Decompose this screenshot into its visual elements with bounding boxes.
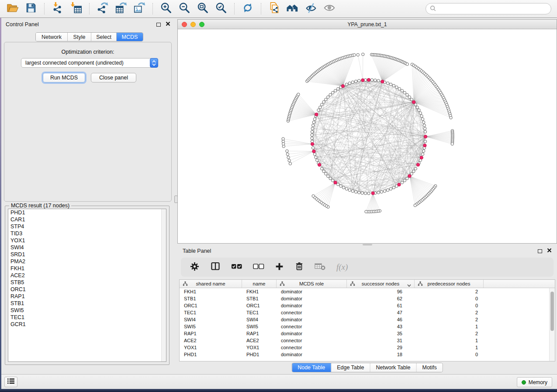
float-panel-icon[interactable] [156,23,161,27]
show-all-icon [323,1,336,16]
export-image-icon [133,1,146,16]
export-image-button[interactable] [131,1,148,16]
tab-style[interactable]: Style [68,33,91,41]
mcds-list-item[interactable]: PMA2 [8,258,166,265]
column-header-label: shared name [196,281,225,286]
table-scrollbar[interactable] [549,288,555,361]
network-view-titlebar[interactable]: YPA_prune.txt_1 [178,20,557,29]
mcds-list-item[interactable]: GCR1 [8,321,166,328]
tab-mcds[interactable]: MCDS [117,33,143,41]
delete-columns-button[interactable] [294,261,304,273]
add-column-button[interactable] [275,262,284,273]
mcds-list-item[interactable]: ORC1 [8,286,166,293]
task-history-button[interactable] [4,377,17,387]
close-panel-icon[interactable] [547,248,552,254]
run-mcds-button[interactable]: Run MCDS [43,73,85,83]
table-scrollbar-thumb[interactable] [550,292,554,331]
import-network-button[interactable] [49,1,66,16]
table-cell: dominator [277,331,347,336]
search-input[interactable] [426,3,551,14]
mcds-list-item[interactable]: YOX1 [8,237,166,244]
tab-network-table[interactable]: Network Table [370,363,417,372]
select-all-icon[interactable] [231,263,242,272]
network-view-title: YPA_prune.txt_1 [348,21,387,28]
table-row[interactable]: RAP1RAP1dominator352 [180,330,555,337]
apply-layout-button[interactable] [239,1,256,16]
export-table-button[interactable] [113,1,129,16]
column-header[interactable]: name [242,280,277,288]
hide-selected-button[interactable] [303,1,319,16]
new-network-from-selection-icon [268,1,281,16]
table-row[interactable]: ORC1ORC1dominator610 [180,302,555,309]
column-header[interactable]: MCDS role [277,280,347,288]
minimize-window-icon[interactable] [190,22,196,27]
mcds-list-item[interactable]: SWI5 [8,307,166,314]
criterion-select[interactable]: largest connected component (undirected) [21,58,158,68]
network-canvas[interactable] [178,29,557,243]
table-row[interactable]: FKH1FKH1dominator962 [180,288,555,295]
window-controls [182,22,204,27]
search-container [426,3,551,14]
table-cell: 46 [347,317,415,322]
table-row[interactable]: PHD1PHD1dominator180 [180,351,555,358]
table-row[interactable]: SWI5SWI5connector431 [180,323,555,330]
mcds-list-item[interactable]: PHD1 [8,209,166,216]
table-cell: TEC1 [242,310,277,315]
maximize-window-icon[interactable] [199,22,204,27]
column-header[interactable]: predecessor nodes [415,280,484,288]
mcds-list-item[interactable]: ACE2 [8,272,166,279]
table-settings-button[interactable] [190,261,200,273]
close-panel-button[interactable]: Close panel [91,73,136,83]
tab-node-table[interactable]: Node Table [292,363,331,372]
zoom-fit-button[interactable] [194,1,211,16]
mcds-list-item[interactable]: RAP1 [8,293,166,300]
export-network-button[interactable] [94,1,111,16]
unselect-all-icon[interactable] [253,263,264,272]
list-icon [7,378,15,386]
zoom-out-button[interactable] [176,1,193,16]
open-session-button[interactable] [4,1,21,16]
table-row[interactable]: ACE2ACE2connector311 [180,337,555,344]
first-neighbors-button[interactable] [284,1,301,16]
zoom-selected-button[interactable] [213,1,229,16]
column-header[interactable]: successor nodes [347,280,415,288]
table-cell: FKH1 [180,289,242,294]
zoom-in-button[interactable] [158,1,174,16]
tab-motifs[interactable]: Motifs [416,363,442,372]
close-panel-icon[interactable] [166,21,170,28]
memory-button[interactable]: Memory [517,377,552,387]
float-panel-icon[interactable] [538,249,542,253]
table-row[interactable]: STB1STB1dominator620 [180,295,555,302]
table-cell: ACE2 [242,338,277,343]
select-stepper-icon [150,58,158,68]
tab-network[interactable]: Network [36,33,68,41]
splitter-grip-icon[interactable] [363,244,372,245]
mcds-list-item[interactable]: STB5 [8,279,166,286]
control-panel: Control Panel Network Style Select MCDS … [1,19,175,374]
import-table-button[interactable] [68,1,84,16]
mcds-list-scrollbar[interactable] [161,209,166,361]
mcds-list-item[interactable]: TID3 [8,230,166,237]
save-session-button[interactable] [23,1,39,16]
close-window-icon[interactable] [182,22,187,27]
mcds-list-item[interactable]: CAR1 [8,216,166,223]
mcds-list-item[interactable]: FKH1 [8,265,166,272]
new-network-from-selection-button[interactable] [266,1,283,16]
function-builder-icon: f(x) [336,262,348,272]
mcds-list-item[interactable]: SRD1 [8,251,166,258]
status-bar: Memory [0,374,557,389]
tab-select[interactable]: Select [91,33,117,41]
table-row[interactable]: SWI4SWI4dominator462 [180,316,555,323]
mcds-list-item[interactable]: STP4 [8,223,166,230]
show-columns-button[interactable] [210,261,221,273]
mcds-list-item[interactable]: SWI4 [8,244,166,251]
table-row[interactable]: TEC1TEC1connector472 [180,309,555,316]
column-header[interactable]: shared name [180,280,242,288]
show-all-button[interactable] [321,1,338,16]
table-row[interactable]: YOX1YOX1connector291 [180,344,555,351]
mcds-list-item[interactable]: STB1 [8,300,166,307]
table-header-row: shared namenameMCDS rolesuccessor nodesp… [180,280,555,288]
mcds-list-item[interactable]: TEC1 [8,314,166,321]
tab-edge-table[interactable]: Edge Table [331,363,370,372]
table-cell: 0 [415,296,484,301]
